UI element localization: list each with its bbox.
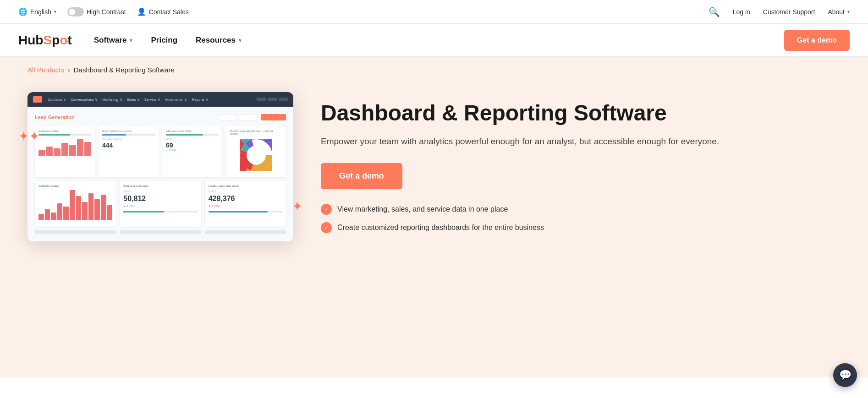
hero-text: Dashboard & Reporting Software Empower y… bbox=[321, 100, 841, 234]
mockup-nav-pill2 bbox=[268, 98, 277, 101]
bar-3 bbox=[54, 148, 60, 156]
nav-pricing[interactable]: Pricing bbox=[151, 36, 177, 45]
bar-5 bbox=[69, 145, 76, 156]
get-demo-button[interactable]: Get a demo bbox=[784, 30, 850, 51]
mockup-stat-number2: 444 bbox=[102, 142, 155, 149]
mockup-nav-sales: Sales ∨ bbox=[127, 98, 140, 102]
mockup-nav-conversations: Conversations ∨ bbox=[71, 98, 98, 102]
mockup-btn-outline1 bbox=[219, 114, 237, 120]
mockup-blog-delta: ▲ 1.17% bbox=[123, 205, 197, 207]
hero-features: ✓ View marketing, sales, and service dat… bbox=[321, 204, 841, 233]
mockup-chart-blog: Blog post total views VIEWS 50,812 ▲ 1.1… bbox=[120, 181, 201, 227]
breadcrumb: All Products › Dashboard & Reporting Sof… bbox=[0, 57, 868, 83]
chart-bar11 bbox=[101, 195, 106, 220]
nav-left: HubSpot Software ∨ Pricing Resources ∨ bbox=[18, 33, 242, 48]
mockup-label2 bbox=[120, 230, 201, 234]
bar-1 bbox=[38, 150, 45, 156]
mockup-stat-new-contacts: New contacts by source OFFLINE SOURCE 44… bbox=[99, 126, 159, 177]
breadcrumb-separator: › bbox=[68, 66, 70, 74]
chart-bar9 bbox=[88, 193, 94, 220]
contact-sales-link[interactable]: 👤 Contact Sales bbox=[137, 7, 189, 16]
mockup-stat-number3: 69 bbox=[166, 142, 219, 149]
nav-resources[interactable]: Resources ∨ bbox=[196, 36, 242, 45]
mockup-nav-marketing: Marketing ∨ bbox=[102, 98, 122, 102]
about-label: About bbox=[828, 8, 845, 16]
logo-text: HubSpot bbox=[18, 33, 72, 48]
bar-2 bbox=[46, 147, 53, 156]
mockup-label1 bbox=[35, 230, 116, 234]
mockup-nav-items: Contacts ∨ Conversations ∨ Marketing ∨ S… bbox=[48, 98, 251, 102]
software-chevron-icon: ∨ bbox=[129, 38, 132, 43]
mockup-container: Contacts ∨ Conversations ∨ Marketing ∨ S… bbox=[27, 92, 293, 241]
dashboard-mockup: ✦✦ ✦ Contacts ∨ Conversations ∨ Marketin… bbox=[27, 92, 293, 241]
high-contrast-label: High Contrast bbox=[87, 8, 126, 16]
check-circle-1: ✓ bbox=[321, 204, 332, 215]
mockup-navbar: Contacts ∨ Conversations ∨ Marketing ∨ S… bbox=[27, 92, 293, 107]
mockup-stat-lifecycle: Lifecycle stage totals LEAD 69 ▲ 43.75% bbox=[162, 126, 222, 177]
chart-bar8 bbox=[82, 202, 88, 220]
mockup-blog-sublabel: VIEWS bbox=[123, 190, 197, 193]
mockup-stat-bar-fill3 bbox=[166, 134, 203, 136]
logo[interactable]: HubSpot bbox=[18, 33, 72, 48]
nav-software[interactable]: Software ∨ bbox=[94, 36, 133, 45]
mockup-bottom-labels bbox=[35, 230, 286, 234]
chart-bar12 bbox=[107, 205, 113, 220]
hero-feature-2: ✓ Create customized reporting dashboards… bbox=[321, 222, 841, 233]
mockup-stat-bar2 bbox=[102, 134, 155, 136]
utility-bar: 🌐 English ▾ High Contrast 👤 Contact Sale… bbox=[0, 0, 868, 24]
language-selector[interactable]: 🌐 English ▾ bbox=[18, 7, 56, 16]
hero-cta-button[interactable]: Get a demo bbox=[321, 163, 402, 189]
mockup-stat-label1: Contacts created bbox=[38, 130, 91, 132]
chart-bar2 bbox=[45, 209, 50, 220]
customer-support-link[interactable]: Customer Support bbox=[763, 8, 815, 16]
hero-title: Dashboard & Reporting Software bbox=[321, 100, 841, 125]
breadcrumb-current: Dashboard & Reporting Software bbox=[74, 66, 175, 74]
mockup-stats-grid: Contacts created bbox=[35, 126, 286, 177]
chart-bar10 bbox=[94, 199, 100, 220]
language-label: English bbox=[30, 8, 51, 16]
mockup-stat-bar3 bbox=[166, 134, 219, 136]
sparkle-icon-topleft: ✦✦ bbox=[18, 129, 39, 144]
sparkle-icon-bottomright: ✦ bbox=[292, 199, 302, 214]
login-link[interactable]: Log in bbox=[733, 8, 750, 16]
mockup-blog-value: 50,812 bbox=[123, 195, 197, 203]
mockup-chart-blog-title: Blog post total views bbox=[123, 185, 197, 187]
high-contrast-toggle[interactable]: High Contrast bbox=[67, 7, 126, 16]
person-icon: 👤 bbox=[137, 7, 146, 16]
mockup-stat-bar-fill2 bbox=[102, 134, 126, 136]
mockup-stat-delta3: ▲ 43.75% bbox=[166, 149, 219, 152]
nav-resources-label: Resources bbox=[196, 36, 236, 45]
search-icon[interactable]: 🔍 bbox=[709, 6, 720, 17]
contact-sales-label: Contact Sales bbox=[149, 8, 189, 16]
toggle-switch[interactable] bbox=[67, 7, 84, 16]
nav-software-label: Software bbox=[94, 36, 127, 45]
utility-left: 🌐 English ▾ High Contrast 👤 Contact Sale… bbox=[18, 7, 189, 16]
about-link[interactable]: About ▾ bbox=[828, 8, 850, 16]
nav-pricing-label: Pricing bbox=[151, 36, 177, 45]
mockup-nav-contacts: Contacts ∨ bbox=[48, 98, 66, 102]
mockup-stat-contacts: Contacts created bbox=[35, 126, 95, 177]
mockup-stat-label2: New contacts by source bbox=[102, 130, 155, 132]
bar-4 bbox=[61, 143, 68, 156]
mockup-nav-pill1 bbox=[257, 98, 266, 101]
mockup-stat-mql: Marketing qualified leads by original so… bbox=[226, 126, 286, 177]
mockup-landing-bar-bg bbox=[209, 211, 282, 213]
resources-chevron-icon: ∨ bbox=[238, 38, 242, 43]
mockup-header: Lead Generation bbox=[35, 114, 286, 120]
mockup-bottom-grid: Contacts created bbox=[35, 181, 286, 227]
breadcrumb-all-products[interactable]: All Products bbox=[27, 66, 64, 74]
chart-bar7 bbox=[76, 196, 82, 220]
login-label: Log in bbox=[733, 8, 750, 16]
mockup-nav-right bbox=[257, 98, 288, 101]
mockup-chart-bar-title: Contacts created bbox=[38, 185, 112, 187]
mockup-landing-delta: ▼ 2.78% bbox=[209, 205, 282, 207]
chart-bar4 bbox=[57, 203, 63, 220]
hero-subtitle: Empower your team with analytics powerfu… bbox=[321, 135, 841, 148]
mockup-landing-value: 428,376 bbox=[209, 195, 282, 203]
hero-feature-2-text: Create customized reporting dashboards f… bbox=[337, 224, 544, 232]
mockup-dashboard-title: Lead Generation bbox=[35, 114, 75, 120]
utility-right: 🔍 Log in Customer Support About ▾ bbox=[709, 6, 850, 17]
mockup-label3 bbox=[205, 230, 286, 234]
chart-bar6 bbox=[70, 190, 75, 220]
mockup-chart-bar: Contacts created bbox=[35, 181, 116, 227]
